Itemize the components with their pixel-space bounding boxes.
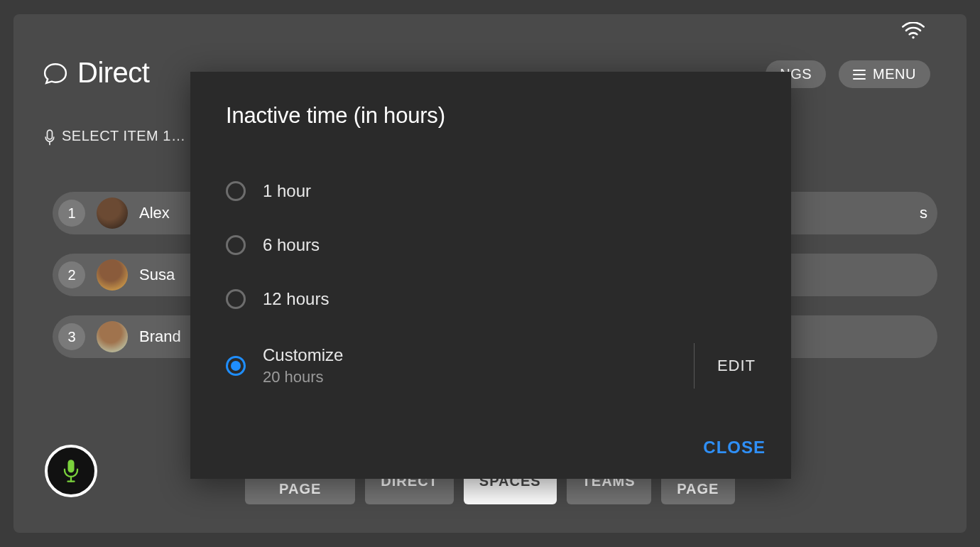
voice-hint-text: SELECT ITEM 1… [62, 128, 185, 144]
dialog-title: Inactive time (in hours) [226, 103, 756, 129]
radio-option-1-hour[interactable]: 1 hour [226, 181, 756, 201]
menu-button[interactable]: MENU [839, 60, 930, 88]
menu-button-label: MENU [873, 66, 916, 82]
svg-rect-3 [67, 460, 74, 472]
inactive-time-dialog: Inactive time (in hours) 1 hour 6 hours … [190, 72, 791, 479]
radio-label: 1 hour [263, 181, 311, 201]
wifi-icon [902, 22, 925, 39]
page-title-text: Direct [77, 57, 149, 89]
radio-option-6-hours[interactable]: 6 hours [226, 235, 756, 255]
mic-icon [61, 459, 81, 483]
radio-icon [226, 289, 246, 309]
radio-option-customize[interactable]: Customize 20 hours EDIT [226, 343, 756, 389]
divider [694, 343, 695, 389]
mic-icon [45, 129, 55, 143]
radio-icon [226, 356, 246, 376]
close-button[interactable]: CLOSE [703, 438, 766, 457]
page-title: Direct [43, 57, 149, 89]
item-trailing-text: s [920, 204, 927, 222]
radio-sublabel: 20 hours [263, 368, 343, 386]
radio-label: 6 hours [263, 235, 320, 255]
svg-rect-1 [47, 130, 52, 139]
item-name: Brand [139, 327, 181, 346]
radio-label: 12 hours [263, 289, 329, 309]
avatar [97, 259, 128, 291]
voice-control-button[interactable] [45, 445, 97, 497]
radio-label: Customize [263, 345, 343, 365]
svg-point-0 [912, 36, 914, 38]
radio-icon [226, 235, 246, 255]
edit-button[interactable]: EDIT [717, 357, 756, 375]
voice-hint: SELECT ITEM 1… [45, 128, 185, 144]
radio-option-12-hours[interactable]: 12 hours [226, 289, 756, 309]
item-name: Alex [139, 204, 170, 222]
hamburger-icon [853, 70, 866, 80]
avatar [97, 197, 128, 229]
item-number-badge: 2 [58, 261, 85, 288]
item-name: Susa [139, 266, 175, 284]
radio-icon [226, 181, 246, 201]
item-number-badge: 1 [58, 200, 85, 227]
chat-icon [43, 61, 67, 85]
avatar [97, 321, 128, 352]
item-number-badge: 3 [58, 323, 85, 350]
